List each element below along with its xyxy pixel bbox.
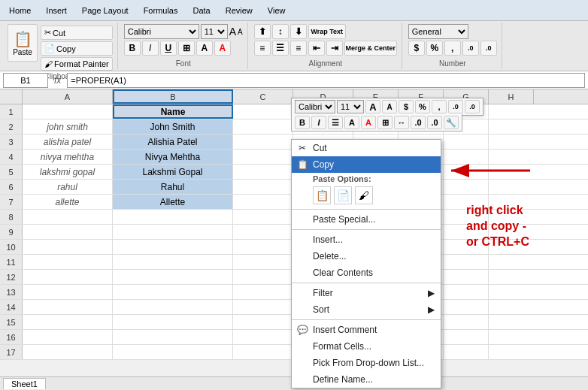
data-tab[interactable]: Data (186, 6, 216, 15)
context-menu-delete[interactable]: Delete... (292, 248, 441, 265)
cell[interactable] (23, 104, 113, 119)
page-layout-tab[interactable]: Page Layout (76, 6, 135, 15)
format-painter-button[interactable]: 🖌 Format Painter (41, 57, 113, 71)
cell[interactable] (233, 180, 293, 194)
cell[interactable] (233, 150, 293, 164)
paste-option-values[interactable]: 📄 (334, 186, 352, 204)
percent-button[interactable]: % (426, 41, 443, 56)
col-header-c[interactable]: C (233, 89, 293, 104)
align-top-button[interactable]: ⬆ (254, 24, 271, 39)
decrease-font-size-button[interactable]: A (238, 28, 243, 36)
cell[interactable] (233, 104, 293, 119)
fill-color-button[interactable]: A (196, 41, 213, 56)
mini-bold[interactable]: B (295, 116, 310, 129)
context-menu-clear-contents[interactable]: Clear Contents (292, 265, 441, 281)
cell[interactable]: allette (23, 195, 113, 209)
context-menu-sort[interactable]: Sort ▶ (292, 301, 441, 318)
indent-increase-button[interactable]: ⇥ (326, 41, 343, 56)
bold-button[interactable]: B (124, 41, 141, 56)
cell[interactable]: Lakshmi Gopal (113, 165, 233, 179)
formulas-tab[interactable]: Formulas (138, 6, 184, 15)
align-bottom-button[interactable]: ⬇ (290, 24, 307, 39)
mini-dec-places2[interactable]: .0 (427, 116, 442, 129)
cell[interactable]: alishia patel (23, 135, 113, 149)
mini-percent[interactable]: % (415, 100, 430, 113)
mini-font-color[interactable]: A (361, 116, 376, 129)
cell[interactable]: John Smith (113, 119, 233, 134)
mini-dec-places[interactable]: .0 (411, 116, 426, 129)
review-tab[interactable]: Review (220, 6, 259, 15)
cell[interactable]: Rahul (113, 180, 233, 194)
context-menu-format-cells[interactable]: Format Cells... (292, 338, 441, 355)
paste-option-default[interactable]: 📋 (313, 186, 331, 204)
cell[interactable]: nivya mehtha (23, 150, 113, 164)
decrease-decimal-button[interactable]: .0 (480, 41, 497, 56)
cell[interactable] (233, 195, 293, 209)
mini-merge[interactable]: ↔ (394, 116, 409, 129)
context-menu-cut[interactable]: ✂ Cut (292, 140, 441, 156)
mini-size-select[interactable]: 11 (337, 100, 364, 113)
comma-button[interactable]: , (444, 41, 461, 56)
context-menu-paste-special[interactable]: Paste Special... (292, 211, 441, 228)
cell-reference-input[interactable] (3, 73, 48, 88)
mini-dec-increase[interactable]: .0 (448, 100, 463, 113)
merge-center-button[interactable]: Merge & Center (344, 41, 397, 56)
wrap-text-button[interactable]: Wrap Text (308, 24, 346, 39)
font-name-select[interactable]: Calibri (124, 24, 199, 39)
cell[interactable] (233, 135, 293, 149)
cell[interactable] (233, 119, 293, 134)
cell[interactable]: Nivya Mehtha (113, 150, 233, 164)
italic-button[interactable]: I (142, 41, 159, 56)
paste-option-format[interactable]: 🖌 (355, 186, 373, 204)
increase-font-size-button[interactable]: A (229, 26, 236, 38)
align-left-button[interactable]: ≡ (254, 41, 271, 56)
underline-button[interactable]: U (160, 41, 177, 56)
mini-border[interactable]: ⊞ (377, 116, 393, 129)
context-menu-filter[interactable]: Filter ▶ (292, 285, 441, 301)
font-size-select[interactable]: 11 (201, 24, 228, 39)
copy-button[interactable]: 📄 Copy (41, 41, 113, 56)
col-header-h[interactable]: H (489, 89, 534, 104)
increase-decimal-button[interactable]: .0 (462, 41, 479, 56)
cell[interactable]: john smith (23, 119, 113, 134)
formula-input[interactable] (67, 73, 585, 88)
context-menu-define-name[interactable]: Define Name... (292, 371, 441, 388)
sheet-tab-sheet1[interactable]: Sheet1 (3, 378, 46, 389)
cell[interactable] (233, 165, 293, 179)
mini-currency[interactable]: $ (399, 100, 414, 113)
cell[interactable]: rahul (23, 180, 113, 194)
mini-italic[interactable]: I (311, 116, 326, 129)
mini-align-center[interactable]: ☰ (328, 116, 343, 129)
cell[interactable]: Alishia Patel (113, 135, 233, 149)
cell[interactable]: lakshmi gopal (23, 165, 113, 179)
mini-fill[interactable]: A (344, 116, 359, 129)
cut-button[interactable]: ✂ Cut (41, 26, 113, 40)
cell[interactable] (444, 135, 489, 149)
mini-format[interactable]: 🔧 (444, 116, 459, 129)
col-header-a[interactable]: A (23, 89, 113, 104)
cell[interactable]: Name (113, 104, 233, 119)
home-tab[interactable]: Home (3, 6, 37, 15)
mini-comma[interactable]: , (432, 100, 447, 113)
align-right-button[interactable]: ≡ (290, 41, 307, 56)
mini-dec-decrease[interactable]: .0 (465, 100, 480, 113)
insert-tab[interactable]: Insert (40, 6, 73, 15)
align-center-button[interactable]: ☰ (272, 41, 289, 56)
view-tab[interactable]: View (262, 6, 292, 15)
paste-button[interactable]: 📋 Paste (8, 24, 38, 62)
context-menu-pick-dropdown[interactable]: Pick From Drop-down List... (292, 355, 441, 371)
font-color-button[interactable]: A (214, 41, 231, 56)
number-format-select[interactable]: General (408, 24, 468, 39)
col-header-b[interactable]: B (113, 89, 233, 104)
mini-increase-font[interactable]: A (365, 100, 380, 113)
mini-decrease-font[interactable]: A (382, 100, 397, 113)
align-middle-button[interactable]: ↕ (272, 24, 289, 39)
mini-font-select[interactable]: Calibri (295, 100, 335, 113)
context-menu-insert[interactable]: Insert... (292, 231, 441, 248)
cell[interactable]: Allette (113, 195, 233, 209)
currency-button[interactable]: $ (408, 41, 425, 56)
context-menu-copy[interactable]: 📋 Copy (292, 156, 441, 173)
context-menu-insert-comment[interactable]: 💬 Insert Comment (292, 322, 441, 338)
border-button[interactable]: ⊞ (178, 41, 195, 56)
indent-decrease-button[interactable]: ⇤ (308, 41, 325, 56)
